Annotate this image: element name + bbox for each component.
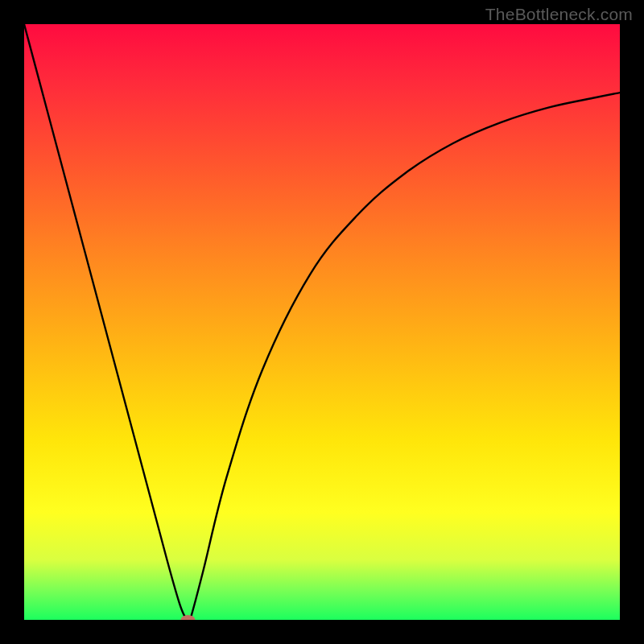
curve-layer [24,24,620,620]
chart-frame: TheBottleneck.com [0,0,644,644]
watermark-text: TheBottleneck.com [485,5,633,24]
plot-area [24,24,620,620]
bottleneck-curve [24,24,620,620]
minimum-marker [181,615,196,620]
